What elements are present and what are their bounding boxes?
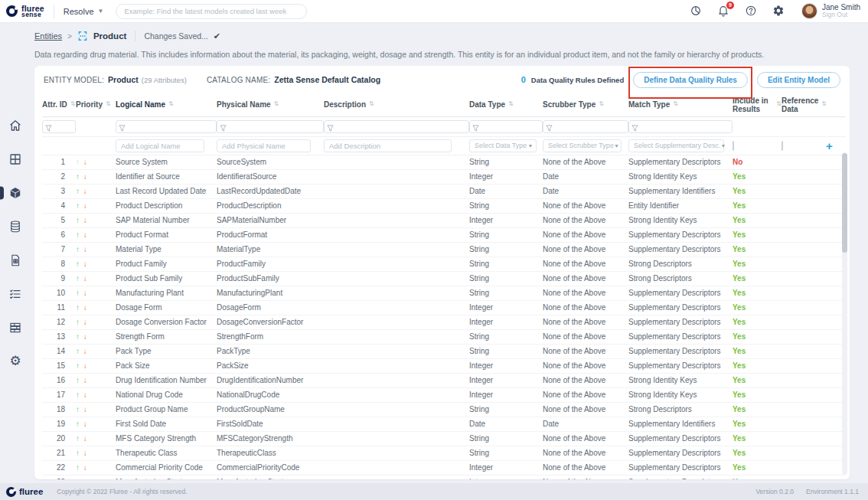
add-physical-name-input[interactable] <box>217 139 311 152</box>
priority-down-icon[interactable]: ↓ <box>83 463 87 472</box>
priority-down-icon[interactable]: ↓ <box>83 172 87 181</box>
table-row[interactable]: 19 ↑ ↓ First Sold Date FirstSoldDate Dat… <box>42 417 846 431</box>
col-description[interactable]: Description⇅ <box>324 93 469 116</box>
col-priority[interactable]: Priority⇅ <box>76 93 116 116</box>
notifications-icon[interactable]: 9 <box>717 5 730 18</box>
table-row[interactable]: 1 ↑ ↓ Source System SourceSystem String … <box>42 155 846 169</box>
select-data-type-dropdown[interactable]: Select Data Type▼ <box>469 139 537 152</box>
priority-up-icon[interactable]: ↑ <box>76 376 80 384</box>
col-physical-name[interactable]: Physical Name⇅ <box>217 93 324 116</box>
priority-up-icon[interactable]: ↑ <box>76 260 80 268</box>
table-scrollbar-thumb[interactable] <box>842 153 847 253</box>
col-match-type[interactable]: Match Type⇅ <box>628 93 733 116</box>
priority-down-icon[interactable]: ↓ <box>83 230 87 239</box>
table-row[interactable]: 2 ↑ ↓ Identifier at Source IdentifieratS… <box>42 169 846 184</box>
add-attribute-button[interactable]: + <box>826 139 833 152</box>
table-row[interactable]: 22 ↑ ↓ Commercial Priority Code Commerci… <box>42 460 846 475</box>
priority-down-icon[interactable]: ↓ <box>83 260 87 268</box>
table-row[interactable]: 9 ↑ ↓ Product Sub Family ProductSubFamil… <box>42 271 846 286</box>
priority-down-icon[interactable]: ↓ <box>83 274 87 283</box>
col-logical-name[interactable]: Logical Name⇅ <box>116 93 217 116</box>
priority-down-icon[interactable]: ↓ <box>83 216 87 224</box>
priority-down-icon[interactable]: ↓ <box>83 449 87 457</box>
priority-up-icon[interactable]: ↑ <box>76 463 80 472</box>
priority-down-icon[interactable]: ↓ <box>83 434 87 443</box>
filter-logical-name-input[interactable] <box>116 120 217 133</box>
user-menu[interactable]: Jane Smith Sign Out <box>801 3 860 19</box>
col-scrubber-type[interactable]: Scrubber Type⇅ <box>543 93 628 116</box>
priority-up-icon[interactable]: ↑ <box>76 318 80 326</box>
filter-description-input[interactable] <box>324 120 469 133</box>
priority-up-icon[interactable]: ↑ <box>76 230 80 239</box>
sidebar-item-entities[interactable] <box>0 186 31 200</box>
priority-down-icon[interactable]: ↓ <box>83 289 87 297</box>
col-attr-id[interactable]: Attr. ID⇅ <box>42 93 76 116</box>
table-row[interactable]: 15 ↑ ↓ Pack Size PackSize Integer None o… <box>42 358 846 373</box>
table-row[interactable]: 11 ↑ ↓ Dosage Form DosageForm Integer No… <box>42 300 846 315</box>
priority-down-icon[interactable]: ↓ <box>83 478 87 479</box>
sidebar-item-settings[interactable]: ⚙ <box>0 355 31 368</box>
priority-up-icon[interactable]: ↑ <box>76 274 80 283</box>
table-scrollbar-track[interactable] <box>842 152 847 475</box>
priority-up-icon[interactable]: ↑ <box>76 434 80 443</box>
table-row[interactable]: 16 ↑ ↓ Drug Identification Number DrugId… <box>42 373 846 387</box>
priority-up-icon[interactable]: ↑ <box>76 405 80 413</box>
priority-down-icon[interactable]: ↓ <box>83 405 87 413</box>
add-logical-name-input[interactable] <box>116 139 204 152</box>
select-scrubber-type-dropdown[interactable]: Select Scrubber Type▼ <box>543 139 622 152</box>
col-include-in-results[interactable]: Include in Results⇅ <box>733 93 782 116</box>
table-row[interactable]: 10 ↑ ↓ Manufacturing Plant Manufacturing… <box>42 286 846 300</box>
col-reference-data[interactable]: Reference Data⇅ <box>782 93 826 116</box>
add-description-input[interactable] <box>324 139 452 152</box>
priority-up-icon[interactable]: ↑ <box>76 347 80 355</box>
select-match-type-dropdown[interactable]: Select Supplementary Desc.▼ <box>628 139 724 152</box>
table-row[interactable]: 5 ↑ ↓ SAP Material Number SAPMaterialNum… <box>42 213 846 227</box>
priority-down-icon[interactable]: ↓ <box>83 245 87 253</box>
priority-up-icon[interactable]: ↑ <box>76 478 80 479</box>
filter-physical-name-input[interactable] <box>217 120 324 133</box>
settings-icon[interactable] <box>772 5 785 18</box>
search-input[interactable] <box>116 4 307 19</box>
table-row[interactable]: 13 ↑ ↓ Strength Form StrengthForm String… <box>42 329 846 344</box>
table-row[interactable]: 23 ↑ ↓ Manufacturing Strategy Manufactur… <box>42 475 846 479</box>
priority-up-icon[interactable]: ↑ <box>76 187 80 195</box>
include-in-results-checkbox[interactable] <box>733 141 734 151</box>
sidebar-item-datasets[interactable] <box>0 321 31 335</box>
priority-up-icon[interactable]: ↑ <box>76 332 80 341</box>
resolve-dropdown[interactable]: Resolve ▼ <box>64 7 104 16</box>
breadcrumb-entities-link[interactable]: Entities <box>34 31 62 41</box>
priority-down-icon[interactable]: ↓ <box>83 391 87 399</box>
filter-scrubber-type-input[interactable] <box>543 120 628 133</box>
define-data-quality-rules-button[interactable]: Define Data Quality Rules <box>633 72 748 88</box>
priority-up-icon[interactable]: ↑ <box>76 245 80 253</box>
priority-up-icon[interactable]: ↑ <box>76 391 80 399</box>
analytics-icon[interactable] <box>690 5 703 18</box>
priority-up-icon[interactable]: ↑ <box>76 303 80 312</box>
table-row[interactable]: 3 ↑ ↓ Last Record Updated Date LastRecor… <box>42 184 846 198</box>
priority-up-icon[interactable]: ↑ <box>76 158 80 166</box>
priority-down-icon[interactable]: ↓ <box>83 187 87 195</box>
priority-up-icon[interactable]: ↑ <box>76 361 80 370</box>
sidebar-item-report[interactable] <box>0 253 31 267</box>
filter-match-type-input[interactable] <box>628 120 733 133</box>
table-row[interactable]: 18 ↑ ↓ Product Group Name ProductGroupNa… <box>42 402 846 417</box>
priority-down-icon[interactable]: ↓ <box>83 158 87 166</box>
table-row[interactable]: 4 ↑ ↓ Product Description ProductDescrip… <box>42 198 846 213</box>
table-row[interactable]: 8 ↑ ↓ Product Family ProductFamily Strin… <box>42 257 846 271</box>
sign-out-link[interactable]: Sign Out <box>822 11 860 19</box>
priority-down-icon[interactable]: ↓ <box>83 376 87 384</box>
priority-up-icon[interactable]: ↑ <box>76 449 80 457</box>
col-data-type[interactable]: Data Type⇅ <box>469 93 543 116</box>
sidebar-item-grid[interactable] <box>0 152 31 166</box>
sidebar-item-database[interactable] <box>0 220 31 234</box>
fluree-sense-logo[interactable]: fluree sense <box>6 5 44 18</box>
table-row[interactable]: 17 ↑ ↓ National Drug Code NationalDrugCo… <box>42 387 846 402</box>
priority-up-icon[interactable]: ↑ <box>76 172 80 181</box>
priority-down-icon[interactable]: ↓ <box>83 332 87 341</box>
priority-up-icon[interactable]: ↑ <box>76 201 80 210</box>
sidebar-item-checklist[interactable] <box>0 287 31 301</box>
table-row[interactable]: 6 ↑ ↓ Product Format ProductFormat Strin… <box>42 227 846 242</box>
edit-entity-model-button[interactable]: Edit Entity Model <box>757 72 840 88</box>
reference-data-checkbox[interactable] <box>782 141 783 151</box>
priority-up-icon[interactable]: ↑ <box>76 289 80 297</box>
